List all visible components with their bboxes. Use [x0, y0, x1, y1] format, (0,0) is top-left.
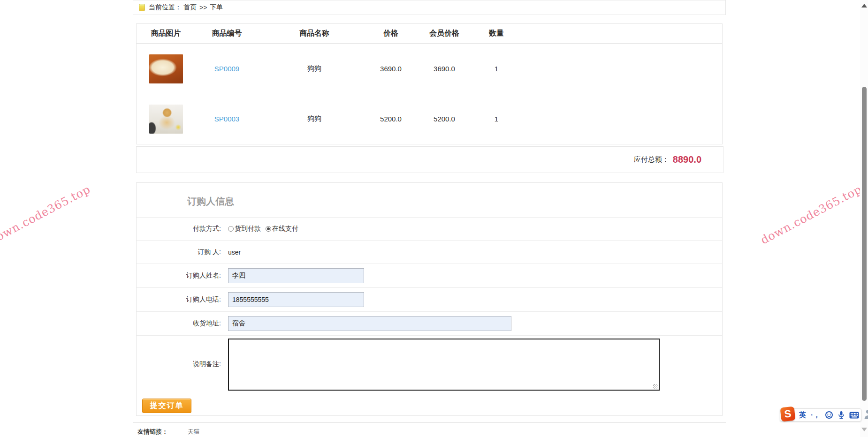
product-name: 狗狗: [259, 64, 370, 73]
product-quantity: 1: [477, 65, 516, 73]
order-form: 订购人信息 付款方式: 货到付款 在线支付 订购 人: user 订购人姓名: …: [136, 182, 723, 416]
product-image-puppy[interactable]: [149, 105, 183, 134]
cart-table-header: 商品图片 商品编号 商品名称 价格 会员价格 数量: [137, 24, 722, 44]
remark-label: 说明备注:: [137, 360, 221, 369]
product-code-link[interactable]: SP0009: [214, 65, 239, 73]
header-price: 价格: [370, 29, 411, 38]
ime-language-toggle[interactable]: 英: [799, 411, 806, 420]
keyboard-icon[interactable]: [849, 412, 859, 419]
orderer-phone-input[interactable]: [228, 292, 364, 307]
header-product-name: 商品名称: [259, 29, 370, 38]
footer-link-tmall[interactable]: 天猫: [188, 428, 200, 435]
radio-cash-on-delivery[interactable]: [228, 226, 234, 232]
header-quantity: 数量: [477, 29, 516, 38]
payment-method-row: 付款方式: 货到付款 在线支付: [137, 217, 722, 240]
orderer-name-row: 订购人姓名:: [137, 264, 722, 287]
radio-cash-on-delivery-label[interactable]: 货到付款: [235, 225, 261, 233]
form-title: 订购人信息: [187, 196, 234, 206]
friendly-links-label: 友情链接：: [137, 428, 168, 435]
form-title-row: 订购人信息: [137, 183, 722, 217]
product-price: 3690.0: [370, 65, 411, 73]
total-label: 应付总额：: [634, 155, 669, 164]
radio-online-payment-label[interactable]: 在线支付: [272, 225, 298, 233]
microphone-icon[interactable]: [838, 411, 845, 420]
cart-table: 商品图片 商品编号 商品名称 价格 会员价格 数量 SP0009 狗狗 3690…: [136, 23, 723, 144]
total-box: 应付总额： 8890.0: [136, 146, 723, 173]
breadcrumb-current: 下单: [210, 3, 223, 12]
header-member-price: 会员价格: [411, 29, 477, 38]
ime-punctuation-toggle[interactable]: ·，: [811, 411, 820, 420]
product-image-puppy[interactable]: [149, 54, 183, 83]
breadcrumb-home-link[interactable]: 首页: [183, 3, 197, 12]
toolbox-icon[interactable]: [864, 409, 868, 422]
remark-textarea[interactable]: [228, 339, 660, 391]
orderer-name-input[interactable]: [228, 268, 364, 283]
header-product-code: 商品编号: [195, 29, 259, 38]
footer: 友情链接： 天猫: [133, 422, 726, 437]
product-member-price: 5200.0: [411, 115, 477, 123]
submit-order-button[interactable]: 提交订单: [142, 399, 191, 413]
product-name: 狗狗: [259, 114, 370, 123]
scrollbar-up-arrow-icon[interactable]: [861, 4, 867, 8]
orderer-phone-label: 订购人电话:: [137, 295, 221, 304]
cart-row: SP0003 狗狗 5200.0 5200.0 1: [137, 94, 722, 144]
header-product-image: 商品图片: [137, 29, 195, 38]
watermark: down.code365.top: [756, 181, 866, 248]
orderer-row: 订购 人: user: [137, 240, 722, 264]
orderer-value: user: [228, 249, 241, 256]
payment-method-label: 付款方式:: [137, 225, 221, 233]
order-page: down.code365.top down.code365.top down.c…: [0, 0, 868, 437]
resize-grip-icon[interactable]: [653, 384, 658, 389]
delivery-address-input[interactable]: [228, 316, 511, 331]
cart-row: SP0009 狗狗 3690.0 3690.0 1: [137, 44, 722, 94]
orderer-phone-row: 订购人电话:: [137, 287, 722, 311]
delivery-address-label: 收货地址:: [137, 319, 221, 328]
product-quantity: 1: [477, 115, 516, 123]
breadcrumb-separator: >>: [199, 4, 207, 11]
remark-row: 说明备注:: [137, 335, 722, 393]
scrollbar-thumb[interactable]: [862, 87, 867, 401]
page-marker-icon: [139, 4, 145, 11]
product-price: 5200.0: [370, 115, 411, 123]
scrollbar-down-arrow-icon[interactable]: [861, 428, 867, 431]
product-member-price: 3690.0: [411, 65, 477, 73]
sogou-logo-icon[interactable]: S: [780, 407, 796, 422]
orderer-label: 订购 人:: [137, 248, 221, 256]
delivery-address-row: 收货地址:: [137, 311, 722, 335]
product-code-link[interactable]: SP0003: [214, 115, 239, 123]
breadcrumb-label: 当前位置：: [149, 3, 182, 12]
orderer-name-label: 订购人姓名:: [137, 271, 221, 280]
smiley-icon[interactable]: [825, 411, 833, 419]
radio-online-payment[interactable]: [266, 226, 271, 232]
watermark: down.code365.top: [0, 181, 95, 248]
total-value: 8890.0: [673, 154, 701, 165]
breadcrumb: 当前位置： 首页 >> 下单: [133, 0, 726, 15]
